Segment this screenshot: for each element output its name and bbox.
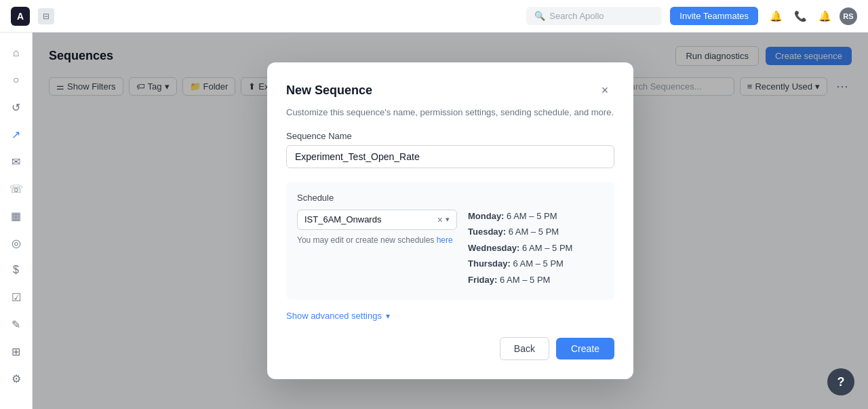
schedule-section: Schedule IST_6AM_Onwards × ▾	[286, 182, 614, 300]
modal-header: New Sequence ×	[286, 81, 614, 100]
search-icon: 🔍	[534, 11, 545, 21]
sequence-name-label: Sequence Name	[286, 131, 614, 141]
sidebar-item-home[interactable]: ⌂	[4, 41, 28, 65]
advanced-settings-chevron-icon: ▾	[386, 311, 390, 321]
modal-subtitle: Customize this sequence's name, permissi…	[286, 107, 614, 117]
sequence-name-input[interactable]	[286, 145, 614, 168]
schedule-select[interactable]: IST_6AM_Onwards × ▾	[297, 210, 457, 230]
modal-backdrop: New Sequence × Customize this sequence's…	[33, 33, 868, 409]
notifications-bell-icon[interactable]: 🔔	[766, 7, 785, 26]
advanced-settings-text: Show advanced settings	[286, 311, 382, 321]
sidebar: ⌂ ○ ↺ ↗ ✉ ☏ ▦ ◎ $ ☑ ✎ ⊞ ⚙	[0, 33, 33, 409]
schedule-days: Monday: 6 AM – 5 PM Tuesday: 6 AM – 5 PM…	[468, 210, 604, 290]
modal-title: New Sequence	[286, 83, 372, 98]
help-button[interactable]: ?	[827, 368, 854, 395]
sidebar-item-sequences[interactable]: ↗	[4, 122, 28, 147]
nav-icons: 🔔 📞 🔔 RS	[766, 7, 857, 26]
back-button[interactable]: Back	[500, 337, 549, 360]
schedule-chevron-icon[interactable]: ▾	[446, 215, 450, 224]
schedule-clear-icon[interactable]: ×	[437, 214, 443, 225]
page-content: Sequences Run diagnostics Create sequenc…	[33, 33, 868, 409]
sidebar-item-meetings[interactable]: ◎	[4, 231, 28, 255]
create-button[interactable]: Create	[556, 338, 614, 359]
sidebar-item-grid[interactable]: ⊞	[4, 339, 28, 364]
sidebar-item-recent[interactable]: ↺	[4, 95, 28, 119]
schedule-select-icons: × ▾	[437, 214, 450, 225]
bell-icon[interactable]: 🔔	[815, 7, 834, 26]
sidebar-item-checkmark[interactable]: ☑	[4, 285, 28, 309]
sidebar-item-edit[interactable]: ✎	[4, 312, 28, 336]
new-sequence-modal: New Sequence × Customize this sequence's…	[267, 62, 633, 380]
invite-teammates-button[interactable]: Invite Teammates	[670, 7, 758, 25]
schedule-row: IST_6AM_Onwards × ▾ You may edit or crea…	[297, 210, 604, 290]
schedule-day-friday: Friday: 6 AM – 5 PM	[468, 273, 604, 287]
schedule-hint: You may edit or create new schedules her…	[297, 235, 457, 245]
top-nav: A ⊟ 🔍 Search Apollo Invite Teammates 🔔 📞…	[0, 0, 868, 33]
schedule-day-tuesday: Tuesday: 6 AM – 5 PM	[468, 225, 604, 239]
avatar[interactable]: RS	[840, 7, 857, 25]
schedule-day-wednesday: Wednesday: 6 AM – 5 PM	[468, 241, 604, 255]
sidebar-item-settings[interactable]: ⚙	[4, 366, 28, 391]
schedule-label: Schedule	[297, 193, 604, 203]
modal-footer: Back Create	[286, 337, 614, 360]
schedule-day-thursday: Thursday: 6 AM – 5 PM	[468, 257, 604, 271]
phone-icon[interactable]: 📞	[791, 7, 810, 26]
modal-close-button[interactable]: ×	[595, 81, 614, 100]
sidebar-item-search[interactable]: ○	[4, 68, 28, 92]
schedule-day-monday: Monday: 6 AM – 5 PM	[468, 210, 604, 223]
sidebar-item-deals[interactable]: $	[4, 258, 28, 282]
main-area: ⌂ ○ ↺ ↗ ✉ ☏ ▦ ◎ $ ☑ ✎ ⊞ ⚙ Sequences Run …	[0, 33, 868, 409]
sidebar-item-email[interactable]: ✉	[4, 149, 28, 174]
sidebar-item-tasks[interactable]: ▦	[4, 203, 28, 228]
show-advanced-settings-row[interactable]: Show advanced settings ▾	[286, 311, 614, 321]
global-search[interactable]: 🔍 Search Apollo	[526, 7, 662, 25]
schedule-hint-link[interactable]: here	[437, 235, 453, 245]
schedule-left: IST_6AM_Onwards × ▾ You may edit or crea…	[297, 210, 457, 245]
sidebar-toggle-icon[interactable]: ⊟	[38, 8, 54, 24]
app-shell: A ⊟ 🔍 Search Apollo Invite Teammates 🔔 📞…	[0, 0, 868, 409]
sidebar-item-calls[interactable]: ☏	[4, 176, 28, 201]
app-logo: A	[11, 7, 30, 26]
schedule-select-value: IST_6AM_Onwards	[304, 214, 437, 225]
